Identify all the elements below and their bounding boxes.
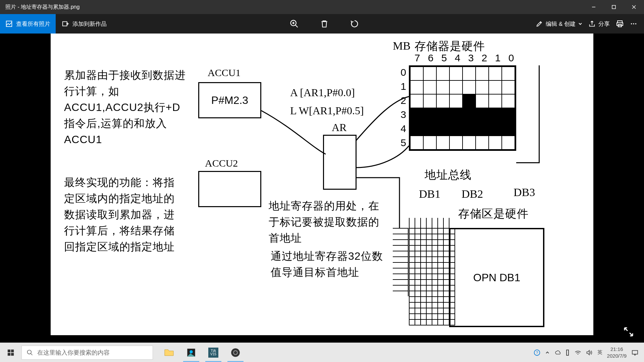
db3-label: DB3: [514, 186, 535, 199]
svg-point-16: [633, 23, 634, 24]
row-header: 012345: [396, 65, 406, 150]
app-tia-portal[interactable]: TIAV15: [203, 343, 224, 362]
ar-box: [323, 135, 357, 190]
add-to-button[interactable]: 添加到新作品: [56, 14, 113, 34]
share-button[interactable]: 分享: [588, 20, 610, 28]
app-photos[interactable]: [180, 343, 202, 362]
db-side-ticks: [393, 228, 409, 296]
photos-icon: [186, 348, 196, 357]
svg-point-15: [631, 23, 632, 24]
svg-rect-31: [632, 350, 638, 354]
tray-clock[interactable]: 21:16 2020/7/9: [607, 346, 627, 359]
svg-rect-30: [567, 350, 569, 355]
db2-label: DB2: [462, 188, 483, 200]
window-title: 照片 - 地址寄存器与累加器.png: [5, 4, 584, 11]
app-file-explorer[interactable]: [158, 343, 180, 362]
rotate-icon: [350, 19, 359, 28]
window-titlebar: 照片 - 地址寄存器与累加器.png: [0, 0, 644, 14]
text-function-desc: 最终实现的功能：将指定区域内的指定地址的数据读取到累加器，进行计算后，将结果存储…: [64, 174, 181, 255]
opn-db1-box: OPN DB1: [449, 228, 544, 327]
app-toolbar: 查看所有照片 添加到新作品 编辑 & 创建 分享: [0, 14, 644, 34]
svg-rect-18: [8, 349, 10, 352]
volume-icon[interactable]: [586, 350, 593, 356]
edit-icon: [536, 20, 543, 27]
close-button[interactable]: [624, 0, 644, 14]
code-line-2: L W[AR1,P#0.5]: [290, 105, 364, 117]
start-button[interactable]: [0, 343, 21, 362]
db-top-ticks: [409, 218, 454, 229]
db-grid: [409, 228, 455, 325]
add-icon: [62, 20, 69, 27]
accu1-label: ACCU1: [208, 67, 240, 78]
tray-chevron-icon[interactable]: [545, 350, 550, 355]
wifi-icon[interactable]: [575, 350, 581, 356]
svg-rect-5: [63, 22, 67, 26]
bit-header: 76543210: [411, 52, 518, 64]
svg-line-9: [295, 25, 298, 27]
db1-label: DB1: [419, 188, 440, 200]
svg-point-22: [28, 350, 32, 354]
print-button[interactable]: [616, 20, 624, 28]
windows-icon: [7, 349, 14, 356]
print-icon: [616, 20, 624, 28]
zoom-button[interactable]: [287, 17, 301, 31]
svg-point-25: [190, 350, 193, 353]
more-button[interactable]: [630, 20, 637, 27]
app-obs[interactable]: [225, 343, 246, 362]
system-tray: ? 英 21:16 2020/7/9: [534, 346, 644, 359]
photo-icon: [5, 20, 13, 27]
obs-icon: [231, 348, 240, 357]
svg-line-23: [31, 353, 33, 355]
edit-create-button[interactable]: 编辑 & 创建: [536, 20, 582, 28]
memory-extension: [516, 65, 540, 163]
maximize-button[interactable]: [604, 0, 624, 14]
minimize-button[interactable]: [584, 0, 604, 14]
rotate-button[interactable]: [348, 17, 361, 31]
chevron-down-icon: [578, 22, 582, 26]
accu2-box: [198, 171, 261, 207]
search-icon: [26, 349, 33, 356]
memory-grid: [409, 65, 516, 151]
ime-indicator[interactable]: 英: [597, 349, 602, 356]
svg-point-17: [635, 23, 637, 24]
text-ar-desc-2: 通过地址寄存器32位数值导通目标首地址: [271, 248, 388, 280]
ellipsis-icon: [630, 20, 637, 27]
accu2-label: ACCU2: [205, 158, 238, 169]
windows-taskbar: 在这里输入你要搜索的内容 TIAV15 ? 英 21:16 2020/7/9: [0, 343, 644, 362]
delete-button[interactable]: [318, 17, 331, 31]
view-all-photos-button[interactable]: 查看所有照片: [0, 14, 56, 34]
fullscreen-button[interactable]: [623, 326, 635, 338]
svg-rect-21: [11, 353, 14, 355]
svg-rect-20: [8, 353, 10, 355]
share-icon: [588, 20, 596, 27]
code-line-1: A [AR1,P#0.0]: [290, 86, 355, 99]
addr-bus-label: 地址总线: [425, 166, 472, 183]
svg-rect-1: [612, 5, 615, 9]
accu1-box: P#M2.3: [198, 82, 261, 118]
help-icon[interactable]: ?: [534, 349, 540, 356]
ar-label: AR: [332, 121, 346, 134]
svg-rect-4: [6, 21, 12, 27]
taskbar-search[interactable]: 在这里输入你要搜索的内容: [21, 346, 153, 360]
zoom-icon: [289, 19, 299, 28]
text-ar-desc-1: 地址寄存器的用处，在于标记要被提取数据的首地址: [269, 198, 386, 246]
svg-point-26: [231, 348, 240, 357]
folder-icon: [164, 348, 174, 357]
storage-hw-label: 存储区是硬件: [458, 205, 529, 222]
text-accumulator-desc: 累加器由于接收到数据进行计算，如ACCU1,ACCU2执行+D指令后,运算的和放…: [64, 67, 188, 147]
tia-icon: TIAV15: [208, 348, 218, 358]
usb-icon[interactable]: [565, 349, 570, 356]
trash-icon: [320, 19, 329, 28]
diagram-image: 累加器由于接收到数据进行计算，如ACCU1,ACCU2执行+D指令后,运算的和放…: [51, 34, 593, 335]
svg-text:?: ?: [536, 350, 538, 355]
notifications-icon[interactable]: [631, 350, 639, 356]
svg-rect-19: [11, 349, 14, 352]
onedrive-icon[interactable]: [554, 350, 560, 356]
photo-viewport[interactable]: 累加器由于接收到数据进行计算，如ACCU1,ACCU2执行+D指令后,运算的和放…: [0, 34, 644, 343]
mb-label: MB: [393, 40, 411, 52]
